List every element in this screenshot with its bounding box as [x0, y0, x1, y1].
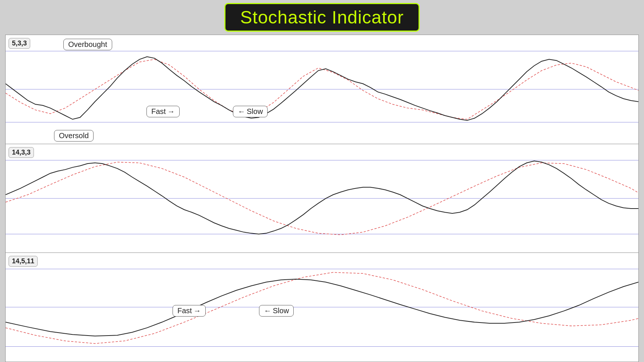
- title-box: Stochastic Indicator: [224, 3, 420, 32]
- overbought-label: Overbought: [63, 39, 112, 50]
- chart-svg-3: [6, 253, 638, 362]
- chart-panel-2: 14,3,3: [5, 144, 639, 253]
- chart-svg-2: [6, 144, 638, 253]
- chart-panel-1: 5,3,3 Overbought Oversold Fast → ← Slow: [5, 35, 639, 144]
- main-container: Stochastic Indicator 5,3,3 Overbought Ov…: [0, 0, 644, 362]
- fast-label-3: Fast →: [173, 305, 206, 317]
- param-label-2: 14,3,3: [9, 147, 34, 158]
- param-label-3: 14,5,11: [9, 256, 38, 267]
- oversold-label: Oversold: [54, 130, 94, 142]
- fast-arrow-right-1: →: [167, 107, 175, 116]
- fast-label-1: Fast →: [146, 106, 180, 117]
- fast-arrow-right-3: →: [193, 307, 201, 315]
- param-label-1: 5,3,3: [9, 38, 30, 49]
- title-bar: Stochastic Indicator: [224, 3, 420, 32]
- chart-panel-3: 14,5,11 Fast → ← Slow: [5, 253, 639, 362]
- slow-arrow-left-1: ←: [238, 107, 245, 116]
- slow-arrow-left-3: ←: [264, 307, 271, 315]
- chart-svg-1: [6, 35, 638, 144]
- charts-area: 5,3,3 Overbought Oversold Fast → ← Slow: [5, 35, 639, 362]
- slow-label-1: ← Slow: [233, 106, 268, 117]
- main-title: Stochastic Indicator: [240, 7, 404, 27]
- slow-label-3: ← Slow: [259, 305, 294, 317]
